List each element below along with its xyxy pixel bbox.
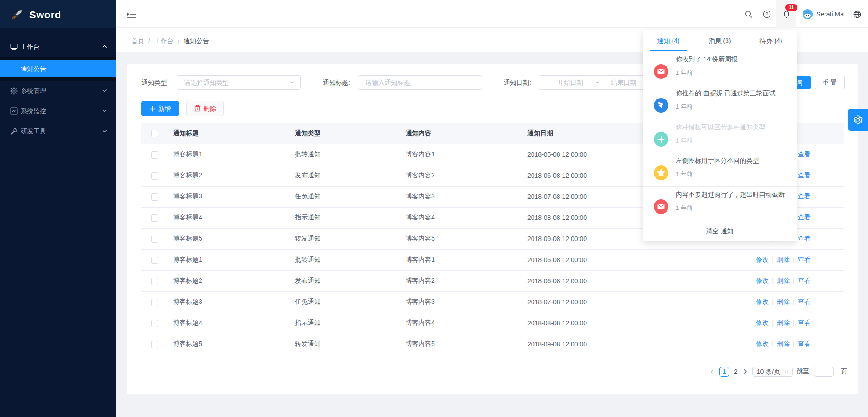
svg-text:?: ?	[765, 11, 768, 17]
